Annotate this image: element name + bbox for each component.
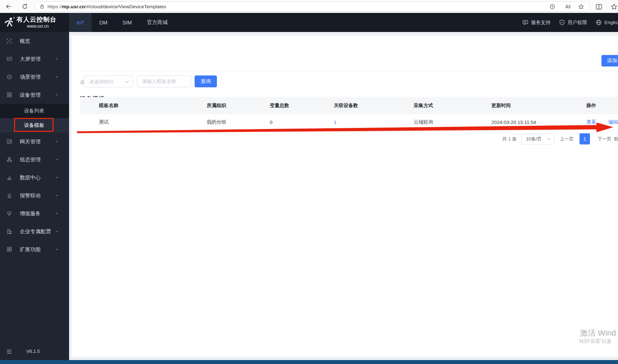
sidebar-item-gateway-mgmt[interactable]: 网关管理 (0, 133, 69, 151)
cell-var-count: 0 (270, 120, 334, 125)
chevron-down-icon (55, 229, 59, 234)
split-screen-icon[interactable] (595, 3, 603, 10)
service-support-label: 服务支持 (531, 19, 550, 26)
device-count-link[interactable]: 1 (334, 120, 337, 125)
user-permission-label: 用户权限 (568, 19, 587, 26)
collections-star-icon[interactable] (610, 3, 618, 10)
browser-toolbar: https://mp.usr.cn/#/cloud/device/ViewDev… (0, 0, 618, 13)
sidebar-item-extensions[interactable]: 扩展功能 (0, 240, 69, 258)
add-template-button[interactable]: 添加 (601, 55, 618, 66)
table-row: 测试 我的分组 0 1 云端轮询 2024-03-20 15:11:54 查看编… (80, 114, 618, 130)
usr-person-logo-icon (4, 17, 15, 28)
chevron-down-icon (55, 247, 59, 252)
tab-mall[interactable]: 官方商城 (139, 13, 175, 32)
screen-icon (6, 56, 12, 62)
tab-iot[interactable]: IoT (69, 13, 92, 32)
chevron-down-icon (55, 75, 59, 79)
sidebar-item-scene-mgmt[interactable]: 场景管理 (0, 68, 69, 86)
sidebar-item-value-added[interactable]: 增值服务 (0, 204, 69, 222)
chat-icon (522, 19, 528, 26)
org-select-placeholder: 请选择组织 (89, 79, 114, 85)
windows-activation-hint: 转到“设置”以激 (579, 338, 612, 345)
url-text: https://mp.usr.cn/#/cloud/device/ViewDev… (47, 4, 166, 9)
refresh-icon[interactable] (22, 3, 28, 10)
templates-table: 模板名称 所属组织 变量总数 关联设备数 采集方式 更新时间 操作 测试 我的分… (80, 97, 618, 130)
chevron-down-icon (55, 211, 59, 216)
header-right: 服务支持 用户权限 English (522, 13, 618, 32)
logo[interactable]: 有人云控制台 www.usr.cn (0, 13, 69, 32)
edit-link[interactable]: 编辑 (608, 119, 618, 125)
search-button[interactable]: 查询 (195, 75, 217, 87)
page-size-value: 10条/页 (526, 136, 542, 142)
language-switch[interactable]: English (596, 19, 618, 26)
user-permission[interactable]: 用户权限 (559, 19, 587, 26)
location-icon[interactable] (549, 4, 555, 10)
taskbar-strip (0, 360, 618, 364)
logo-title: 有人云控制台 (17, 15, 56, 24)
sidebar-item-alarm-linkage[interactable]: 报警联动 (0, 186, 69, 204)
sidebar-item-overview[interactable]: 概览 (0, 32, 69, 50)
url-path: /#/cloud/device/ViewDeviceTemplates (85, 4, 166, 9)
alarm-icon (6, 193, 12, 198)
main-card: 设备管理 设备模板 设备模板 添加 请选择组织 查询 模板名称 所属组织 变量总… (72, 36, 618, 357)
col-org: 所属组织 (207, 102, 270, 109)
device-icon (6, 92, 12, 98)
sidebar-item-scada-mgmt[interactable]: 组态管理 (0, 151, 69, 169)
chevron-down-icon (55, 157, 59, 162)
screen: https://mp.usr.cn/#/cloud/device/ViewDev… (0, 0, 618, 364)
tab-dm[interactable]: DM (92, 13, 115, 32)
sidebar-item-data-center[interactable]: 数据中心 (0, 169, 69, 186)
page-size-select[interactable]: 10条/页 (521, 133, 554, 144)
windows-activation-watermark: 激活 Wind (580, 328, 616, 338)
url-scheme: https:// (47, 4, 62, 9)
cell-template-name: 测试 (99, 119, 207, 125)
bar-chart-icon (6, 175, 12, 180)
chevron-down-icon (55, 57, 59, 61)
org-chart-icon (6, 157, 12, 162)
favorite-star-icon[interactable] (578, 4, 584, 10)
lock-icon[interactable] (40, 4, 45, 9)
col-var-count: 变量总数 (270, 102, 334, 109)
collapse-sidebar-icon[interactable] (6, 349, 12, 354)
globe-icon (596, 19, 602, 26)
col-actions: 操作 (586, 102, 618, 109)
sidebar-item-screen-mgmt[interactable]: 大屏管理 (0, 50, 69, 68)
cell-collect-method: 云端轮询 (414, 119, 491, 125)
view-link[interactable]: 查看 (586, 119, 596, 125)
logo-subtitle: www.usr.cn (17, 24, 59, 29)
gem-badge-icon (6, 211, 12, 216)
cell-update-time: 2024-03-20 15:11:54 (491, 120, 586, 125)
chevron-down-icon (125, 79, 129, 84)
chevron-down-icon (55, 139, 59, 144)
template-name-input[interactable] (137, 75, 191, 87)
back-icon[interactable] (5, 3, 12, 10)
section-divider (80, 71, 618, 71)
sidebar-item-device-list[interactable]: 设备列表 (0, 104, 69, 118)
col-template-name: 模板名称 (99, 102, 207, 109)
address-bar[interactable]: https://mp.usr.cn/#/cloud/device/ViewDev… (34, 1, 590, 11)
sidebar: 概览 大屏管理 场景管理 设备管理 设备列表 设备模板 网关管理 (0, 32, 69, 360)
tab-sim[interactable]: SIM (115, 13, 140, 32)
top-nav: IoT DM SIM 官方商城 (69, 13, 175, 32)
sidebar-item-device-templates[interactable]: 设备模板 (0, 118, 69, 133)
version-label: V6.1.5 (26, 349, 40, 354)
sidebar-item-device-mgmt[interactable]: 设备管理 (0, 86, 69, 104)
pagination-total: 共 1 条 (502, 133, 517, 144)
sidebar-item-enterprise-config[interactable]: 企业专属配置 (0, 222, 69, 240)
chevron-down-icon (55, 175, 59, 180)
chevron-up-icon (55, 93, 59, 97)
col-collect-method: 采集方式 (414, 102, 491, 109)
org-select[interactable]: 请选择组织 (84, 75, 133, 87)
chevron-down-icon (55, 193, 59, 198)
building-icon (6, 229, 12, 234)
col-update-time: 更新时间 (491, 102, 586, 109)
read-aloud-icon[interactable] (564, 4, 571, 10)
prev-page-button[interactable]: 上一页 (560, 133, 574, 144)
language-label: English (604, 20, 618, 25)
sidebar-footer: V6.1.5 (0, 348, 69, 356)
service-support[interactable]: 服务支持 (522, 19, 550, 26)
shield-icon (559, 19, 565, 26)
page-1-button[interactable]: 1 (580, 133, 590, 144)
next-page-button[interactable]: 下一页 (597, 133, 612, 144)
app-header: 有人云控制台 www.usr.cn IoT DM SIM 官方商城 服务支持 用… (0, 13, 618, 32)
